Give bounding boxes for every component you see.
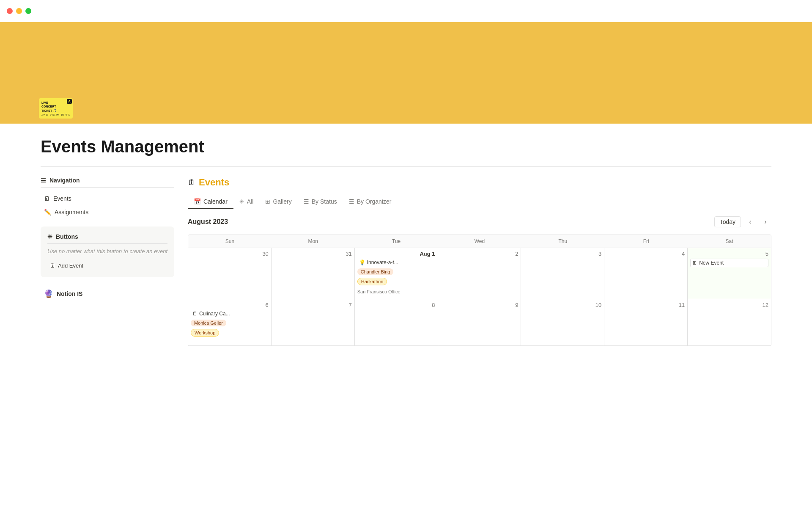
date-3: 3 [524,251,601,257]
cal-cell-30[interactable]: 30 [188,248,272,299]
by-status-tab-icon: ☰ [304,198,309,205]
cal-cell-5[interactable]: 5 🗓 New Event [688,248,771,299]
new-event-icon: 🗓 [692,260,697,266]
date-30: 30 [191,251,269,257]
tab-by-organizer[interactable]: ☰ By Organizer [343,195,398,209]
date-12: 12 [690,302,768,308]
navigation-header: ☰ Navigation [41,177,174,188]
date-8: 8 [357,302,435,308]
events-header-icon: 🗓 [188,178,195,187]
cal-nav-right: Today ‹ › [714,216,771,228]
page-content: Events Management ☰ Navigation 🗓 Events … [0,124,812,360]
event-innovate[interactable]: 💡 Innovate-a-t... [357,259,435,266]
sidebar-item-assignments[interactable]: ✏️ Assignments [41,206,174,218]
cal-cell-3[interactable]: 3 [521,248,604,299]
hamburger-icon: ☰ [41,177,46,184]
prev-month-button[interactable]: ‹ [744,216,756,228]
month-title: August 2023 [188,218,228,226]
date-2: 2 [441,251,518,257]
date-5: 5 [690,251,768,257]
events-header: 🗓 Events [188,177,771,188]
tab-gallery[interactable]: ⊞ Gallery [259,195,297,209]
day-header-sat: Sat [688,235,771,248]
cal-cell-9[interactable]: 9 [438,299,521,346]
day-header-mon: Mon [272,235,355,248]
hero-banner: A LIVE CONCERT TICKET 🎵 JAN 09 04:11 PM … [0,22,812,124]
divider [41,166,771,167]
tag-hackathon[interactable]: Hackathon [357,278,387,285]
date-11: 11 [607,302,685,308]
day-header-thu: Thu [521,235,604,248]
innovate-icon: 💡 [359,260,365,265]
day-header-fri: Fri [604,235,688,248]
buttons-section: ✳ Buttons Use no matter what this button… [41,226,174,277]
location-sf: San Fransisco Office [357,289,401,294]
main-layout: ☰ Navigation 🗓 Events ✏️ Assignments ✳ B… [41,177,771,346]
page-title: Events Management [41,137,771,156]
date-7: 7 [274,302,352,308]
date-10: 10 [524,302,601,308]
minimize-button[interactable] [16,8,22,14]
today-button[interactable]: Today [714,216,741,227]
maximize-button[interactable] [25,8,31,14]
events-icon: 🗓 [44,195,50,202]
date-31: 31 [274,251,352,257]
add-event-icon: 🗓 [50,262,55,269]
assignments-icon: ✏️ [44,209,51,215]
cal-cell-6[interactable]: 6 🗒 Culinary Ca... Monica Geller Worksho… [188,299,272,346]
sidebar: ☰ Navigation 🗓 Events ✏️ Assignments ✳ B… [41,177,174,302]
buttons-description: Use no matter what this button to create… [47,247,167,256]
date-4: 4 [607,251,685,257]
ticket-image: A LIVE CONCERT TICKET 🎵 JAN 09 04:11 PM … [39,98,73,119]
cal-cell-7[interactable]: 7 [272,299,355,346]
cal-cell-31[interactable]: 31 [272,248,355,299]
sidebar-item-events[interactable]: 🗓 Events [41,193,174,204]
calendar-navigation: August 2023 Today ‹ › [188,216,771,228]
calendar-area: 🗓 Events 📅 Calendar ✳ All ⊞ Gallery [188,177,771,346]
all-tab-icon: ✳ [239,198,244,205]
navigation-section: ☰ Navigation 🗓 Events ✏️ Assignments [41,177,174,218]
event-new-event[interactable]: 🗓 New Event [690,259,768,267]
cal-cell-8[interactable]: 8 [355,299,438,346]
calendar-week-1: 30 31 Aug 1 💡 Innovate-a-t... [188,248,771,299]
day-header-tue: Tue [355,235,438,248]
calendar-header-row: Sun Mon Tue Wed Thu Fri Sat [188,235,771,248]
cal-cell-12[interactable]: 12 [688,299,771,346]
calendar-tab-icon: 📅 [194,198,201,205]
notion-is-section[interactable]: 🔮 Notion IS [41,286,174,302]
tag-chandler-bing[interactable]: Chandler Bing [357,268,394,275]
cal-cell-4[interactable]: 4 [604,248,688,299]
cal-cell-10[interactable]: 10 [521,299,604,346]
event-culinary[interactable]: 🗒 Culinary Ca... [191,310,269,318]
cal-cell-11[interactable]: 11 [604,299,688,346]
tab-by-status[interactable]: ☰ By Status [298,195,343,209]
day-header-sun: Sun [188,235,272,248]
tag-workshop[interactable]: Workshop [191,329,219,337]
tab-calendar[interactable]: 📅 Calendar [188,195,233,209]
date-aug1: Aug 1 [357,251,435,257]
calendar-week-2: 6 🗒 Culinary Ca... Monica Geller Worksho… [188,299,771,346]
buttons-header: ✳ Buttons [47,233,167,244]
next-month-button[interactable]: › [760,216,771,228]
tag-monica-geller[interactable]: Monica Geller [191,320,226,326]
titlebar [0,0,812,22]
calendar-grid: Sun Mon Tue Wed Thu Fri Sat 30 31 [188,235,771,346]
tabs-bar: 📅 Calendar ✳ All ⊞ Gallery ☰ By Status ☰ [188,195,771,209]
notion-is-icon: 🔮 [44,289,53,298]
cal-cell-aug1[interactable]: Aug 1 💡 Innovate-a-t... Chandler Bing Ha… [355,248,438,299]
tab-all[interactable]: ✳ All [233,195,260,209]
date-9: 9 [441,302,518,308]
events-title: Events [199,177,229,188]
add-event-button[interactable]: 🗓 Add Event [47,261,167,271]
asterisk-icon: ✳ [47,233,52,240]
by-organizer-tab-icon: ☰ [349,198,354,205]
day-header-wed: Wed [438,235,521,248]
culinary-icon: 🗒 [192,311,198,317]
date-6: 6 [191,302,269,308]
cal-cell-2[interactable]: 2 [438,248,521,299]
close-button[interactable] [7,8,13,14]
gallery-tab-icon: ⊞ [265,198,270,205]
